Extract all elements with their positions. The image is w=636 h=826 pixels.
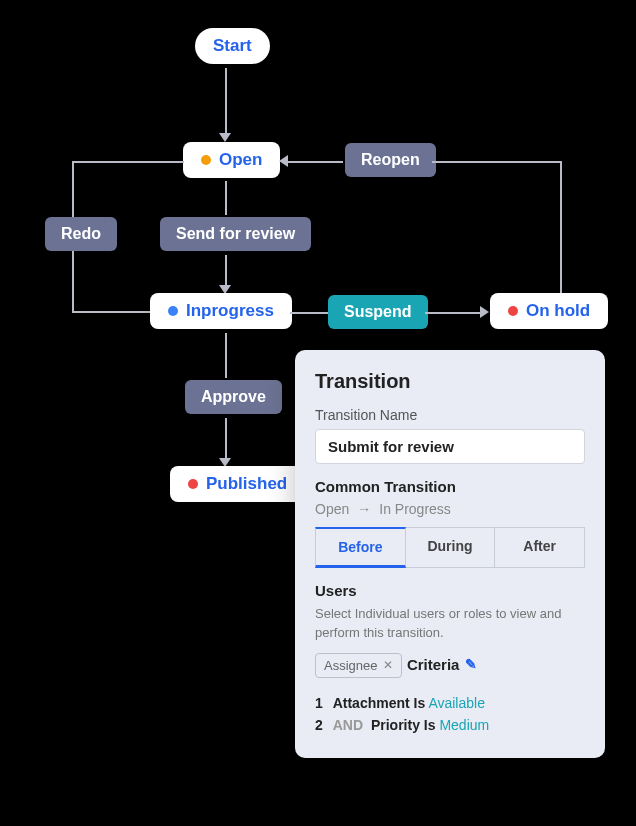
edge-redo-bottom [72,311,150,313]
transition-suspend[interactable]: Suspend [328,295,428,329]
users-title: Users [315,582,585,599]
node-label: On hold [526,301,590,321]
criteria-field: Attachment Is [333,695,426,711]
transition-reopen[interactable]: Reopen [345,143,436,177]
edge-reopen-open [288,161,343,163]
edge-open-left [72,161,184,163]
criteria-field: Priority Is [371,717,436,733]
tab-after[interactable]: After [495,527,585,567]
tab-before[interactable]: Before [315,527,406,568]
panel-title: Transition [315,370,585,393]
criteria-value: Available [428,695,485,711]
edit-icon[interactable]: ✎ [465,656,477,672]
node-label: Published [206,474,287,494]
arrowhead-icon [480,306,489,318]
arrow-right-icon: → [357,501,371,517]
chip-label: Assignee [324,658,377,673]
transition-label: Approve [201,388,266,405]
node-inprogress[interactable]: Inprogress [150,293,292,329]
criteria-num: 1 [315,695,323,711]
status-dot-icon [168,306,178,316]
user-chip-assignee[interactable]: Assignee ✕ [315,653,402,678]
node-onhold[interactable]: On hold [490,293,608,329]
transition-redo[interactable]: Redo [45,217,117,251]
transition-name-input[interactable] [315,429,585,464]
node-label: Open [219,150,262,170]
close-icon[interactable]: ✕ [383,658,393,672]
transition-send-for-review[interactable]: Send for review [160,217,311,251]
transition-label: Send for review [176,225,295,242]
criteria-value: Medium [439,717,489,733]
node-label: Inprogress [186,301,274,321]
workflow-canvas: Start Open Reopen Redo Send for review I… [0,0,636,826]
status-dot-icon [188,479,198,489]
edge-suspend-onhold [425,312,480,314]
tab-during[interactable]: During [406,527,496,567]
transition-tabs: Before During After [315,527,585,568]
edge-start-open [225,68,227,133]
transition-label: Reopen [361,151,420,168]
edge-inprog-suspend [290,312,328,314]
common-transition-title: Common Transition [315,478,585,495]
edge-onhold-connect [560,291,562,293]
edge-open-sendv [225,181,227,215]
common-from: Open [315,501,349,517]
edge-onhold-reopen [432,161,562,163]
criteria-num: 2 [315,717,323,733]
edge-inprog-approve [225,333,227,378]
edge-send-inprog [225,255,227,285]
transition-approve[interactable]: Approve [185,380,282,414]
arrowhead-icon [279,155,288,167]
node-start[interactable]: Start [195,28,270,64]
node-published[interactable]: Published [170,466,305,502]
transition-label: Suspend [344,303,412,320]
transition-name-label: Transition Name [315,407,585,423]
criteria-row: 2 AND Priority Is Medium [315,714,585,736]
common-to: In Progress [379,501,451,517]
criteria-row: 1 Attachment Is Available [315,692,585,714]
transition-panel: Transition Transition Name Common Transi… [295,350,605,758]
node-open[interactable]: Open [183,142,280,178]
node-label: Start [213,36,252,56]
common-transition-path: Open → In Progress [315,501,585,517]
criteria-title: Criteria ✎ [407,656,478,673]
arrowhead-icon [219,133,231,142]
criteria-title-text: Criteria [407,656,460,673]
users-help: Select Individual users or roles to view… [315,605,585,643]
status-dot-icon [508,306,518,316]
edge-approve-pub [225,418,227,458]
transition-label: Redo [61,225,101,242]
criteria-operator: AND [333,717,363,733]
edge-onhold-vert [560,161,562,291]
status-dot-icon [201,155,211,165]
